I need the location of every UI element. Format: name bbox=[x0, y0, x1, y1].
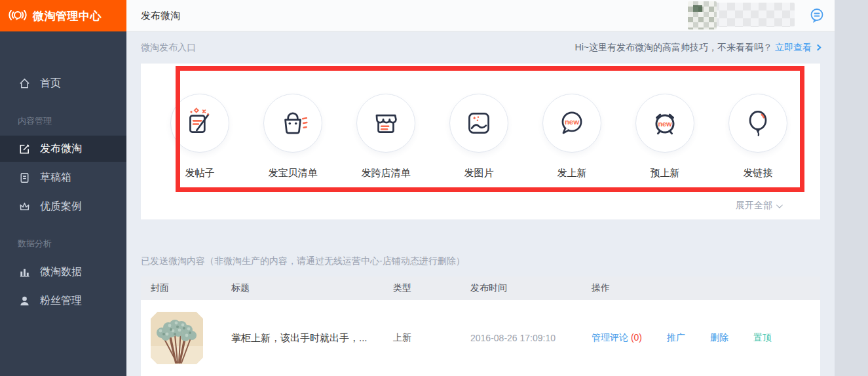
sidebar-item-label: 首页 bbox=[40, 77, 61, 90]
entry-label: 发帖子 bbox=[153, 167, 246, 179]
sent-content-section-title: 已发送微淘内容（非微淘生产的内容，请通过无线运营中心-店铺动态进行删除） bbox=[141, 255, 820, 268]
sidebar-item-publish[interactable]: 发布微淘 bbox=[0, 136, 126, 162]
promote-link[interactable]: 推广 bbox=[667, 332, 685, 344]
sidebar-item-data[interactable]: 微淘数据 bbox=[0, 257, 126, 286]
sidebar-item-home[interactable]: 首页 bbox=[0, 69, 126, 98]
publish-entries-card: 发帖子 发宝贝清单 bbox=[141, 64, 820, 219]
image-icon bbox=[449, 94, 508, 153]
sidebar-section-analytics: 数据分析 bbox=[0, 237, 126, 250]
sidebar-section-content: 内容管理 bbox=[0, 115, 126, 128]
entry-item-list[interactable]: 发宝贝清单 bbox=[246, 94, 339, 179]
entry-label: 发图片 bbox=[432, 167, 525, 179]
sent-content-table: 封面 标题 类型 发布时间 操作 bbox=[141, 276, 820, 376]
link-icon bbox=[728, 94, 787, 153]
entry-post[interactable]: 发帖子 bbox=[153, 94, 246, 179]
brand-header: 微淘管理中心 bbox=[0, 0, 126, 31]
cover-thumbnail bbox=[151, 312, 203, 364]
col-cover: 封面 bbox=[151, 282, 231, 294]
pin-top-link[interactable]: 置顶 bbox=[753, 332, 772, 344]
entry-cross-store-list[interactable]: 发跨店清单 bbox=[339, 94, 432, 179]
sidebar-nav: 首页 内容管理 发布微淘 草稿箱 bbox=[0, 69, 126, 315]
home-icon bbox=[18, 77, 31, 90]
avatar[interactable] bbox=[688, 1, 717, 29]
chevron-right-icon bbox=[815, 45, 821, 51]
sidebar-item-label: 发布微淘 bbox=[40, 142, 82, 156]
new-arrival-icon: new bbox=[542, 94, 601, 153]
delete-link[interactable]: 删除 bbox=[710, 332, 728, 344]
table-row: 掌柜上新，该出手时就出手，... 上新 2016-08-26 17:09:10 … bbox=[141, 300, 820, 376]
entry-pre-arrival[interactable]: new 预上新 bbox=[618, 94, 711, 179]
svg-text:new: new bbox=[658, 120, 672, 128]
expand-all-button[interactable]: 展开全部 bbox=[736, 200, 781, 212]
col-time: 发布时间 bbox=[470, 282, 592, 294]
crown-icon bbox=[18, 200, 31, 213]
compose-icon bbox=[18, 142, 31, 155]
publish-entries: 发帖子 发宝贝清单 bbox=[153, 94, 804, 179]
entry-image[interactable]: 发图片 bbox=[432, 94, 525, 179]
sidebar-item-label: 微淘数据 bbox=[40, 265, 82, 279]
entry-new-arrival[interactable]: new 发上新 bbox=[525, 94, 618, 179]
publish-section-title: 微淘发布入口 bbox=[141, 42, 196, 54]
chart-icon bbox=[18, 265, 31, 278]
fans-icon bbox=[18, 294, 31, 307]
col-type: 类型 bbox=[393, 282, 470, 294]
table-header-row: 封面 标题 类型 发布时间 操作 bbox=[141, 276, 820, 300]
entry-label: 发链接 bbox=[711, 167, 804, 179]
top-header: 发布微淘 bbox=[126, 0, 835, 31]
row-type: 上新 bbox=[393, 332, 470, 344]
window-edge-strip bbox=[835, 0, 868, 376]
sidebar: 微淘管理中心 首页 内容管理 发布微淘 bbox=[0, 0, 126, 376]
entry-label: 发宝贝清单 bbox=[246, 167, 339, 179]
sidebar-item-fans[interactable]: 粉丝管理 bbox=[0, 286, 126, 315]
manage-comments-link[interactable]: 管理评论 bbox=[592, 332, 628, 343]
sidebar-item-label: 草稿箱 bbox=[40, 171, 71, 185]
entry-label: 发跨店清单 bbox=[339, 167, 432, 179]
chevron-down-icon bbox=[776, 202, 783, 208]
pre-arrival-icon: new bbox=[635, 94, 694, 153]
hint-text: Hi~这里有发布微淘的高富帅技巧，不来看看吗？ bbox=[575, 42, 772, 54]
entry-link[interactable]: 发链接 bbox=[711, 94, 804, 179]
comment-count: (0) bbox=[631, 332, 642, 343]
hint-link[interactable]: 立即查看 bbox=[775, 42, 812, 54]
main-content: 微淘发布入口 Hi~这里有发布微淘的高富帅技巧，不来看看吗？ 立即查看 bbox=[126, 31, 835, 376]
post-icon bbox=[170, 94, 229, 153]
brand-title: 微淘管理中心 bbox=[33, 9, 102, 24]
row-actions: 管理评论 (0) 推广 删除 置顶 bbox=[592, 332, 820, 344]
sidebar-item-label: 优质案例 bbox=[40, 200, 82, 214]
svg-text:new: new bbox=[565, 118, 579, 126]
row-time: 2016-08-26 17:09:10 bbox=[470, 333, 592, 343]
page-title: 发布微淘 bbox=[141, 0, 180, 31]
entry-label: 发上新 bbox=[525, 167, 618, 179]
col-title: 标题 bbox=[231, 282, 393, 294]
col-actions: 操作 bbox=[592, 282, 820, 294]
message-bubble-icon[interactable] bbox=[808, 7, 825, 24]
sidebar-item-drafts[interactable]: 草稿箱 bbox=[0, 163, 126, 192]
sidebar-item-label: 粉丝管理 bbox=[40, 294, 82, 308]
row-title: 掌柜上新，该出手时就出手，... bbox=[231, 332, 393, 345]
sidebar-item-cases[interactable]: 优质案例 bbox=[0, 192, 126, 221]
cross-store-list-icon bbox=[356, 94, 415, 153]
broadcast-bubble-icon bbox=[9, 7, 27, 25]
item-list-icon bbox=[263, 94, 322, 153]
draft-icon bbox=[18, 171, 31, 184]
entry-label: 预上新 bbox=[618, 167, 711, 179]
